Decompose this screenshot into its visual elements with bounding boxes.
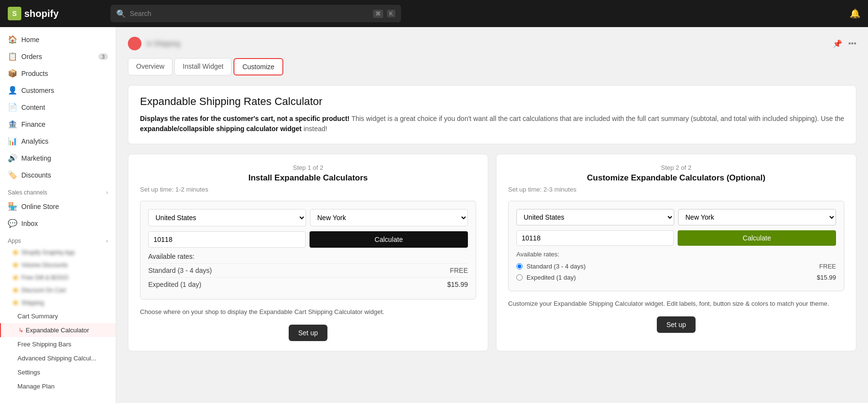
sidebar-item-label: Analytics (21, 137, 48, 145)
step1-country-select[interactable]: United States (148, 209, 306, 226)
main-content: In Shipping 📌 ••• Overview Install Widge… (116, 27, 868, 403)
tab-install-widget[interactable]: Install Widget (174, 58, 232, 75)
sidebar-sub-settings[interactable]: Settings (0, 365, 116, 379)
orders-icon: 📋 (8, 52, 16, 61)
app-dot-icon (14, 263, 17, 267)
description-text: Displays the rates for the customer's ca… (140, 114, 844, 134)
sub-arrow-icon: ↳ (18, 327, 24, 334)
step1-calculate-button[interactable]: Calculate (310, 231, 468, 248)
kbd-k: K (387, 10, 395, 17)
sidebar-app-item-3[interactable]: Free Gift & BOGO (0, 271, 116, 284)
app-dot-icon (14, 276, 17, 280)
tab-customize[interactable]: Customize (233, 58, 283, 75)
sidebar-app-item-5[interactable]: Shipping (0, 297, 116, 309)
online-store-icon: 🏪 (8, 202, 16, 211)
step1-rates-label: Available rates: (148, 253, 468, 260)
sidebar-item-marketing[interactable]: 🔊 Marketing (0, 149, 116, 166)
step2-rate2-radio[interactable] (516, 274, 523, 281)
apps-section: Apps › (0, 232, 116, 246)
app-dot-icon (14, 251, 17, 254)
free-shipping-bars-label: Free Shipping Bars (17, 341, 71, 348)
sidebar-item-content[interactable]: 📄 Content (0, 99, 116, 116)
sidebar-item-label: Content (21, 104, 45, 111)
notification-bell-icon[interactable]: 🔔 (850, 8, 860, 19)
sidebar-app-item-1[interactable]: Shopify Graphiq App (0, 246, 116, 259)
step2-setup-button[interactable]: Set up (657, 316, 696, 333)
expand-arrow-icon[interactable]: › (106, 189, 108, 196)
step2-calculate-button[interactable]: Calculate (678, 230, 836, 246)
step1-rate1: Standard (3 - 4 days) FREE (148, 263, 468, 277)
description-bold: Displays the rates for the customer's ca… (140, 115, 350, 122)
manage-plan-label: Manage Plan (17, 383, 55, 390)
description-intro: This widget is a great choice if you don… (351, 115, 844, 122)
sidebar-item-inbox[interactable]: 💬 Inbox (0, 215, 116, 232)
step2-rate1-price: FREE (819, 263, 836, 270)
step1-card: Step 1 of 2 Install Expandable Calculato… (128, 154, 488, 351)
description-title: Expandable Shipping Rates Calculator (140, 95, 844, 108)
search-input[interactable] (130, 10, 369, 17)
sidebar-item-customers[interactable]: 👤 Customers (0, 82, 116, 99)
step1-bottom-text: Choose where on your shop to display the… (140, 307, 476, 317)
step1-time: Set up time: 1-2 minutes (140, 186, 476, 193)
sidebar-item-finance[interactable]: 🏦 Finance (0, 116, 116, 133)
step2-card: Step 2 of 2 Customize Expandable Calcula… (496, 154, 856, 351)
step2-zip-input[interactable] (516, 230, 674, 246)
sidebar-sub-expandable-calculator[interactable]: ↳ Expandable Calculator (0, 323, 116, 337)
sidebar-item-label: Inbox (21, 220, 38, 227)
more-options-icon[interactable]: ••• (848, 39, 856, 48)
step2-state-select[interactable]: New York (678, 209, 836, 225)
step1-state-select[interactable]: New York (310, 209, 468, 226)
step2-rates-label: Available rates: (516, 251, 836, 258)
sidebar-app-item-4[interactable]: Discount On Cart (0, 284, 116, 297)
search-icon: 🔍 (116, 9, 126, 18)
app-label: Discount On Cart (21, 287, 66, 294)
sidebar-sub-cart-summary[interactable]: Cart Summary (0, 309, 116, 323)
sidebar-item-online-store[interactable]: 🏪 Online Store (0, 198, 116, 215)
step1-rate2-name: Expedited (1 day) (148, 281, 202, 288)
step1-selects-row: United States New York (148, 209, 468, 226)
step2-title: Customize Expandable Calculators (Option… (508, 173, 844, 183)
apps-expand-arrow-icon[interactable]: › (106, 238, 108, 244)
step1-zip-calc-row: Calculate (148, 231, 468, 248)
sidebar-app-item-2[interactable]: Volume Discounts (0, 259, 116, 271)
sidebar-item-home[interactable]: 🏠 Home (0, 31, 116, 48)
app-icon (128, 37, 141, 50)
step2-rate2-price: $15.99 (817, 274, 836, 281)
logo: S shopify (8, 7, 105, 20)
sidebar-sub-manage-plan[interactable]: Manage Plan (0, 379, 116, 393)
sidebar-item-label: Customers (21, 87, 54, 94)
sidebar-sub-advanced-shipping[interactable]: Advanced Shipping Calcul... (0, 351, 116, 365)
tab-overview[interactable]: Overview (128, 58, 172, 75)
pin-icon[interactable]: 📌 (833, 39, 842, 48)
page-header-left: In Shipping (128, 37, 180, 50)
sidebar-item-label: Finance (21, 120, 46, 128)
sidebar-item-label: Marketing (21, 154, 51, 162)
step2-zip-calc-row: Calculate (516, 230, 836, 246)
step1-rate2-price: $15.99 (447, 281, 468, 288)
finance-icon: 🏦 (8, 119, 16, 129)
sidebar-item-analytics[interactable]: 📊 Analytics (0, 133, 116, 149)
step1-zip-input[interactable] (148, 231, 306, 248)
page-title: In Shipping (146, 40, 180, 47)
step2-country-select[interactable]: United States (516, 209, 674, 225)
settings-label: Settings (17, 369, 40, 376)
sidebar-item-products[interactable]: 📦 Products (0, 65, 116, 82)
advanced-shipping-label: Advanced Shipping Calcul... (17, 355, 96, 362)
search-bar[interactable]: 🔍 ⌘ K (110, 5, 401, 22)
kbd-cmd: ⌘ (373, 10, 383, 18)
step2-rate1-radio[interactable] (516, 263, 523, 269)
step2-description: Customize your Expandable Shipping Calcu… (508, 299, 844, 309)
step1-rate1-name: Standard (3 - 4 days) (148, 267, 212, 274)
step2-rate1: Standard (3 - 4 days) FREE (516, 261, 836, 272)
step1-label: Step 1 of 2 (140, 164, 476, 171)
step2-rate2: Expedited (1 day) $15.99 (516, 272, 836, 283)
sidebar-item-orders[interactable]: 📋 Orders 3 (0, 48, 116, 65)
sidebar-item-label: Products (21, 70, 48, 77)
sidebar-item-label: Online Store (21, 203, 59, 210)
step1-setup-button[interactable]: Set up (289, 325, 327, 341)
step2-time: Set up time: 2-3 minutes (508, 186, 844, 193)
sidebar-sub-free-shipping-bars[interactable]: Free Shipping Bars (0, 337, 116, 351)
top-bar-right: 🔔 (850, 8, 860, 19)
sidebar-item-discounts[interactable]: 🏷️ Discounts (0, 166, 116, 183)
inbox-icon: 💬 (8, 219, 16, 228)
